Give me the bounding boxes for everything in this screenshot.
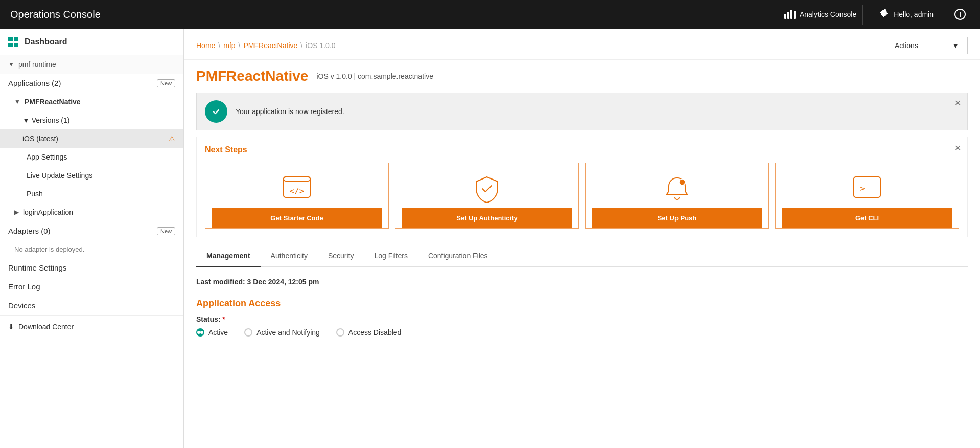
sidebar-item-live-update[interactable]: Live Update Settings	[0, 166, 183, 185]
top-navigation: Operations Console Analytics Console Hel	[0, 0, 980, 29]
notification-text: Your application is now registered.	[236, 107, 959, 116]
chevron-down-icon-app: ▼	[14, 98, 20, 105]
shield-icon	[473, 173, 501, 204]
svg-rect-3	[794, 11, 796, 19]
notification-close-button[interactable]: ✕	[954, 98, 961, 108]
sidebar-item-devices[interactable]: Devices	[0, 296, 183, 315]
set-up-push-button[interactable]: Set Up Push	[592, 208, 762, 228]
code-icon: </>	[282, 173, 312, 204]
required-star: *	[222, 315, 225, 323]
next-steps-title: Next Steps	[205, 145, 959, 154]
sidebar-item-applications[interactable]: Applications (2) New	[0, 74, 183, 93]
notification-banner: Your application is now registered. ✕	[196, 93, 968, 130]
next-step-card-cli[interactable]: >_ Get CLI	[775, 163, 959, 229]
sidebar-item-adapters[interactable]: Adapters (0) New	[0, 221, 183, 240]
sidebar-item-app-settings[interactable]: App Settings	[0, 148, 183, 166]
get-starter-code-button[interactable]: Get Starter Code	[212, 208, 382, 228]
chevron-right-icon-login: ▶	[14, 209, 19, 216]
tab-log-filters[interactable]: Log Filters	[364, 245, 418, 267]
radio-active[interactable]: Active	[196, 328, 228, 337]
dashboard-label: Dashboard	[25, 37, 67, 47]
radio-active-notifying-label: Active and Notifying	[256, 328, 320, 337]
analytics-icon	[784, 9, 796, 20]
analytics-label: Analytics Console	[800, 10, 856, 18]
warning-icon: ⚠	[169, 135, 175, 143]
next-step-card-authenticity[interactable]: Set Up Authenticity	[395, 163, 579, 229]
breadcrumb-app[interactable]: PMFReactNative	[243, 41, 297, 50]
radio-active-circle	[196, 328, 204, 337]
tab-security[interactable]: Security	[318, 245, 364, 267]
breadcrumb-bar: Home \ mfp \ PMFReactNative \ iOS 1.0.0 …	[184, 29, 980, 60]
content-body: Last modified: 3 Dec 2024, 12:05 pm Appl…	[184, 267, 980, 347]
svg-text:>_: >_	[860, 184, 870, 193]
pmfreactnative-label: PMFReactNative	[25, 98, 81, 106]
sidebar-item-pmfreactnative[interactable]: ▼ PMFReactNative	[0, 93, 183, 111]
tab-configuration-files[interactable]: Configuration Files	[418, 245, 498, 267]
svg-rect-2	[790, 10, 792, 19]
next-step-card-starter-code[interactable]: </> Get Starter Code	[205, 163, 389, 229]
applications-label: Applications (2)	[8, 79, 61, 87]
sidebar-item-dashboard[interactable]: Dashboard	[0, 29, 183, 55]
adapters-label: Adapters (0)	[8, 227, 51, 235]
next-steps-grid: </> Get Starter Code Set Up Authenticity	[205, 163, 959, 229]
pmf-runtime-label: pmf runtime	[18, 60, 56, 69]
last-modified: Last modified: 3 Dec 2024, 12:05 pm	[196, 278, 968, 286]
bell-icon	[663, 173, 691, 204]
next-step-card-push[interactable]: Set Up Push	[585, 163, 769, 229]
svg-text:</>: </>	[290, 186, 305, 196]
user-label: Hello, admin	[894, 10, 934, 18]
chevron-down-icon: ▼	[8, 61, 14, 68]
notification-icon	[205, 100, 227, 123]
breadcrumb-version: iOS 1.0.0	[306, 41, 335, 50]
sidebar: Dashboard ▼ pmf runtime Applications (2)…	[0, 29, 184, 448]
download-icon: ⬇	[8, 323, 14, 331]
terminal-icon: >_	[852, 173, 882, 204]
sidebar-item-error-log[interactable]: Error Log	[0, 277, 183, 296]
actions-dropdown[interactable]: Actions ▼	[886, 37, 968, 54]
page-header: PMFReactNative iOS v 1.0.0 | com.sample.…	[184, 60, 980, 93]
gear-icon	[879, 9, 890, 20]
svg-rect-8	[284, 177, 310, 181]
svg-point-10	[679, 179, 685, 185]
user-menu[interactable]: Hello, admin	[873, 5, 940, 25]
chevron-down-icon-actions: ▼	[952, 41, 959, 50]
svg-text:i: i	[959, 11, 961, 18]
radio-active-notifying[interactable]: Active and Notifying	[244, 328, 320, 337]
status-radio-group: Active Active and Notifying Access Disab…	[196, 328, 968, 337]
breadcrumb: Home \ mfp \ PMFReactNative \ iOS 1.0.0	[196, 41, 336, 50]
next-steps-close-button[interactable]: ✕	[954, 143, 961, 153]
sidebar-item-ios[interactable]: iOS (latest) ⚠	[0, 129, 183, 148]
sidebar-scroll: Dashboard ▼ pmf runtime Applications (2)…	[0, 29, 183, 448]
breadcrumb-mfp[interactable]: mfp	[223, 41, 235, 50]
sidebar-item-push[interactable]: Push	[0, 185, 183, 203]
info-button[interactable]: i	[950, 5, 970, 24]
tab-management[interactable]: Management	[196, 245, 261, 267]
radio-active-notifying-circle	[244, 328, 252, 337]
main-layout: Dashboard ▼ pmf runtime Applications (2)…	[0, 29, 980, 448]
svg-rect-0	[784, 14, 786, 19]
sidebar-item-download-center[interactable]: ⬇ Download Center	[0, 315, 183, 338]
sidebar-item-pmf-runtime[interactable]: ▼ pmf runtime	[0, 55, 183, 74]
app-access-title: Application Access	[196, 298, 968, 309]
analytics-console-link[interactable]: Analytics Console	[778, 5, 863, 25]
svg-point-6	[211, 106, 222, 117]
sidebar-item-runtime-settings[interactable]: Runtime Settings	[0, 258, 183, 277]
radio-access-disabled-label: Access Disabled	[348, 328, 402, 337]
adapters-new-badge[interactable]: New	[157, 227, 175, 235]
radio-active-label: Active	[208, 328, 228, 337]
applications-new-badge[interactable]: New	[157, 79, 175, 87]
set-up-authenticity-button[interactable]: Set Up Authenticity	[402, 208, 572, 228]
radio-access-disabled-circle	[336, 328, 344, 337]
svg-rect-1	[787, 12, 789, 19]
radio-access-disabled[interactable]: Access Disabled	[336, 328, 402, 337]
page-subtitle: iOS v 1.0.0 | com.sample.reactnative	[316, 72, 433, 80]
next-steps-container: Next Steps ✕ </> Get Starter Code	[196, 137, 968, 237]
sidebar-item-login-application[interactable]: ▶ loginApplication	[0, 203, 183, 221]
chevron-right-icon: ▼	[22, 116, 32, 124]
content-area: Home \ mfp \ PMFReactNative \ iOS 1.0.0 …	[184, 29, 980, 448]
get-cli-button[interactable]: Get CLI	[782, 208, 952, 228]
app-title: Operations Console	[10, 9, 778, 20]
tab-authenticity[interactable]: Authenticity	[261, 245, 318, 267]
sidebar-item-versions[interactable]: ▼ Versions (1)	[0, 111, 183, 129]
breadcrumb-home[interactable]: Home	[196, 41, 215, 50]
